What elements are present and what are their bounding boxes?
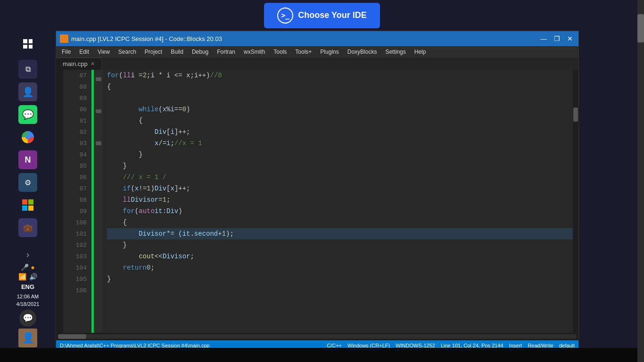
- line-number: 98: [63, 194, 91, 206]
- line-number: 90: [63, 104, 91, 115]
- ms-store-icon[interactable]: [18, 196, 37, 214]
- chrome-app-icon[interactable]: [18, 128, 37, 147]
- line-number: 100: [63, 217, 91, 228]
- menu-tools[interactable]: Tools: [270, 48, 290, 56]
- code-editor[interactable]: 87 88 89 90 91 92 93 94 95 96 97 98 99 1…: [56, 70, 578, 333]
- code-line-94: }: [107, 149, 573, 160]
- codeblocks-logo-icon: ⬡: [60, 34, 68, 43]
- code-line-100: {: [107, 217, 573, 228]
- code-line-96: /// x = 1 /: [107, 172, 573, 183]
- menu-help[interactable]: Help: [411, 48, 430, 56]
- scroll-marker: [96, 141, 101, 145]
- window-controls: — ❐ ✕: [539, 34, 575, 43]
- line-number: 87: [63, 70, 91, 81]
- task-view-icon[interactable]: ⧉: [18, 60, 37, 79]
- bottom-black-bar: [0, 348, 644, 362]
- line-number: 92: [63, 126, 91, 138]
- line-number: 99: [63, 206, 91, 217]
- menu-project[interactable]: Project: [141, 48, 166, 56]
- menu-wxsmith[interactable]: wxSmith: [240, 48, 269, 56]
- line-number: 89: [63, 92, 91, 104]
- user-avatar: 👤: [18, 329, 37, 347]
- menu-settings[interactable]: Settings: [381, 48, 409, 56]
- chrome-logo: [22, 131, 34, 143]
- clock-display: 12:06 AM 4/18/2021: [17, 293, 40, 308]
- maximize-button[interactable]: ❐: [552, 34, 561, 43]
- hscroll-track: [58, 334, 577, 339]
- code-line-95: }: [107, 160, 573, 172]
- menu-tools-plus[interactable]: Tools+: [291, 48, 315, 56]
- menu-doxyblocks[interactable]: DoxyBlocks: [344, 48, 381, 56]
- code-line-103: cout<<Divisor;: [107, 251, 573, 262]
- hscroll-thumb[interactable]: [58, 334, 86, 339]
- language-badge: ENG: [19, 282, 36, 291]
- line-number: 101: [63, 228, 91, 239]
- scrollbar-thumb[interactable]: [637, 14, 644, 42]
- menu-view[interactable]: View: [94, 48, 114, 56]
- line-number: 102: [63, 239, 91, 251]
- mic-battery-area: 🎤 ●: [21, 263, 34, 271]
- code-line-106: [107, 285, 573, 296]
- menu-edit[interactable]: Edit: [75, 48, 93, 56]
- taskbar-bottom: › 🎤 ● 📶 🔊 ENG 12:06 AM 4/18/2021 💬 👤: [0, 248, 56, 351]
- code-line-102: }: [107, 239, 573, 251]
- menu-build[interactable]: Build: [167, 48, 187, 56]
- line-number: 104: [63, 262, 91, 273]
- windows-logo-icon: [23, 39, 33, 49]
- code-line-97: if(x != 1) Div[x]++;: [107, 183, 573, 194]
- code-line-101: Divisor *= (it.second+1);: [107, 228, 573, 239]
- network-volume-area: 📶 🔊: [18, 273, 37, 280]
- line-number: 105: [63, 273, 91, 285]
- page-scrollbar[interactable]: [637, 0, 644, 362]
- line-numbers-gutter: 87 88 89 90 91 92 93 94 95 96 97 98 99 1…: [63, 70, 91, 333]
- chat-bubble-icon[interactable]: 💬: [19, 310, 36, 327]
- close-button[interactable]: ✕: [565, 34, 575, 43]
- ms-tiles-logo: [22, 199, 33, 211]
- menu-plugins[interactable]: Plugins: [316, 48, 342, 56]
- code-line-87: for(ll i = 2;i * i <= x;i++)//8: [107, 70, 573, 81]
- editor-tab-main-cpp[interactable]: main.cpp ✕: [56, 58, 102, 70]
- code-line-98: ll Divisor = 1;: [107, 194, 573, 206]
- scroll-marker: [96, 109, 101, 113]
- scroll-markers-column: [94, 70, 103, 333]
- line-number: 106: [63, 285, 91, 296]
- windows-start-button[interactable]: [18, 34, 37, 53]
- left-gutter: [56, 70, 63, 333]
- menu-fortran[interactable]: Fortran: [213, 48, 239, 56]
- line-number: 103: [63, 251, 91, 262]
- tab-close-button[interactable]: ✕: [91, 61, 95, 67]
- menu-file[interactable]: File: [58, 48, 74, 56]
- line-number: 91: [63, 115, 91, 126]
- ide-window: ⬡ main.cpp [LVL2 ICPC Session #4] - Code…: [56, 31, 579, 351]
- whatsapp-app-icon[interactable]: 💬: [18, 105, 37, 124]
- editor-scrollbar-thumb[interactable]: [573, 107, 578, 122]
- menu-debug[interactable]: Debug: [188, 48, 212, 56]
- code-line-90: while(x % i == 0): [107, 104, 573, 115]
- ide-tabbar: main.cpp ✕: [56, 58, 578, 70]
- horizontal-scrollbar[interactable]: [56, 333, 578, 340]
- minimize-button[interactable]: —: [539, 34, 548, 43]
- line-number: 95: [63, 160, 91, 172]
- onenote-app-icon[interactable]: N: [18, 150, 37, 169]
- ide-menubar: File Edit View Search Project Build Debu…: [56, 46, 578, 58]
- codeblocks-taskbar-icon[interactable]: ⚙: [18, 173, 37, 192]
- person-app-icon[interactable]: 👤: [18, 82, 37, 101]
- expand-arrow[interactable]: ›: [25, 248, 31, 262]
- ide-titlebar: ⬡ main.cpp [LVL2 ICPC Session #4] - Code…: [56, 31, 578, 46]
- terminal-icon: >_: [277, 8, 293, 24]
- code-line-104: return 0;: [107, 262, 573, 273]
- code-line-91: {: [107, 115, 573, 126]
- line-number: 94: [63, 149, 91, 160]
- top-bar: >_ Choose Your IDE: [0, 0, 644, 31]
- scroll-marker: [96, 77, 101, 81]
- menu-search[interactable]: Search: [115, 48, 140, 56]
- code-line-92: Div[i]++;: [107, 126, 573, 138]
- choose-ide-button[interactable]: >_ Choose Your IDE: [264, 3, 380, 28]
- line-number: 88: [63, 81, 91, 92]
- editor-scrollbar[interactable]: [573, 70, 578, 333]
- tab-filename: main.cpp: [63, 60, 88, 67]
- line-number: 96: [63, 172, 91, 183]
- titlebar-text: main.cpp [LVL2 ICPC Session #4] - Code::…: [71, 35, 539, 42]
- code-content[interactable]: for(ll i = 2;i * i <= x;i++)//8 { while(…: [103, 70, 573, 333]
- teams-app-icon[interactable]: 💼: [18, 218, 37, 237]
